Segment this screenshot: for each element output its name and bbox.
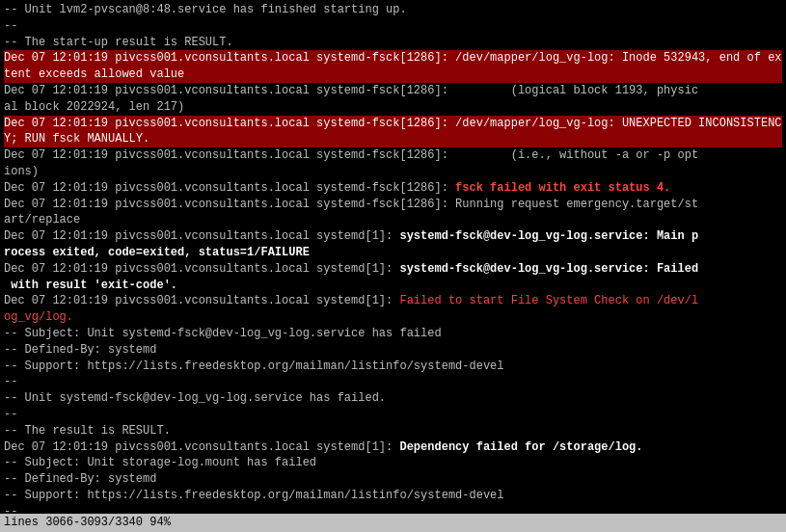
line-10: Dec 07 12:01:19 pivcss001.vconsultants.l… [4, 228, 782, 261]
line-1: -- Unit lvm2-pvscan@8:48.service has fin… [4, 2, 782, 18]
line-3: -- The start-up result is RESULT. [4, 35, 782, 51]
line-13: -- Subject: Unit systemd-fsck@dev-log_vg… [4, 326, 782, 342]
line-19: -- The result is RESULT. [4, 423, 782, 439]
line-14: -- Defined-By: systemd [4, 342, 782, 359]
line-5: Dec 07 12:01:19 pivcss001.vconsultants.l… [4, 83, 782, 116]
line-20: Dec 07 12:01:19 pivcss001.vconsultants.l… [4, 439, 782, 456]
status-text: lines 3066-3093/3340 94% [4, 516, 171, 529]
line-23: -- Support: https://lists.freedesktop.or… [4, 488, 782, 504]
line-17: -- Unit systemd-fsck@dev-log_vg-log.serv… [4, 390, 782, 407]
dependency-fail-text: Dependency failed for /storage/log. [399, 440, 642, 454]
line-22: -- Defined-By: systemd [4, 471, 782, 488]
line-8: Dec 07 12:01:19 pivcss001.vconsultants.l… [4, 180, 782, 197]
terminal-content: -- Unit lvm2-pvscan@8:48.service has fin… [4, 2, 782, 532]
line-4: Dec 07 12:01:19 pivcss001.vconsultants.l… [4, 50, 782, 83]
line-15: -- Support: https://lists.freedesktop.or… [4, 359, 782, 375]
terminal: -- Unit lvm2-pvscan@8:48.service has fin… [0, 0, 786, 532]
line-16: -- [4, 374, 782, 390]
line-7: Dec 07 12:01:19 pivcss001.vconsultants.l… [4, 147, 782, 180]
line-6: Dec 07 12:01:19 pivcss001.vconsultants.l… [4, 116, 782, 148]
line-21: -- Subject: Unit storage-log.mount has f… [4, 455, 782, 471]
status-bar: lines 3066-3093/3340 94% [0, 514, 786, 532]
line-18: -- [4, 407, 782, 423]
line-11: Dec 07 12:01:19 pivcss001.vconsultants.l… [4, 261, 782, 294]
fsck-fail-text: fsck failed with exit status 4. [455, 181, 670, 195]
line-9: Dec 07 12:01:19 pivcss001.vconsultants.l… [4, 197, 782, 229]
line-2: -- [4, 18, 782, 35]
line-12: Dec 07 12:01:19 pivcss001.vconsultants.l… [4, 293, 782, 326]
